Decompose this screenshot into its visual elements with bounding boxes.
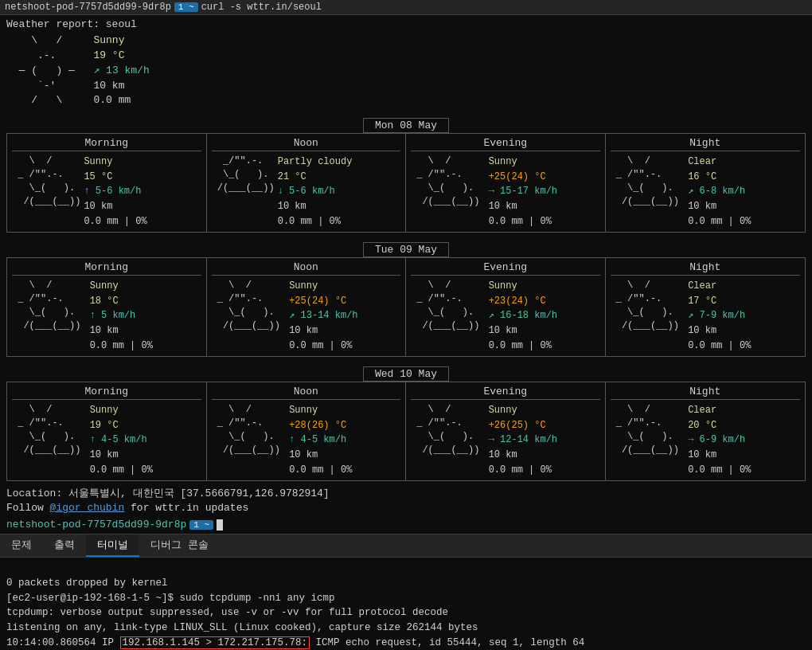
cell-header: Noon xyxy=(212,261,401,276)
wed-noon-cell: Noon \ / _ /"".-. \_( ). /(___(__)) Sunn… xyxy=(207,382,407,480)
current-info: Sunny 19 °C ↗ 13 km/h 10 km 0.0 mm xyxy=(93,33,149,108)
morning-info: Sunny 15 °C ↑ 5-6 km/h 10 km 0.0 mm | 0% xyxy=(84,155,146,229)
tue-banner: Tue 09 May xyxy=(6,244,806,256)
wed-noon-ascii: \ / _ /"".-. \_( ). /(___(__)) xyxy=(212,403,287,477)
weather-title: Weather report: seoul xyxy=(6,18,806,30)
mon-banner: Mon 08 May xyxy=(6,119,806,131)
cell-header: Night xyxy=(611,261,801,276)
tue-section: Tue 09 May Morning \ / _ /"".-. \_( ). /… xyxy=(6,244,806,357)
follow-line: Follow @igor_chubin for wttr.in updates xyxy=(6,502,806,514)
wed-morning-info: Sunny 19 °C ↑ 4-5 km/h 10 km 0.0 mm | 0% xyxy=(90,403,153,477)
tue-evening-ascii: \ / _ /"".-. \_( ). /(___(__)) xyxy=(411,279,486,353)
wed-night-ascii: \ / _ /"".-. \_( ). /(___(__)) xyxy=(611,403,685,477)
cell-header: Morning xyxy=(12,137,201,151)
wed-evening-cell: Evening \ / _ /"".-. \_( ). /(___(__)) S… xyxy=(406,382,606,480)
noon-info: Partly cloudy 21 °C ↓ 5-6 km/h 10 km 0.0… xyxy=(278,155,353,229)
night-ascii: \ / _ /"".-. \_( ). /(___(__)) xyxy=(611,155,685,229)
tab-terminal[interactable]: 터미널 xyxy=(86,534,139,557)
weather-output: Weather report: seoul \ / .-. ‒ ( ) ‒ `-… xyxy=(0,15,812,534)
mon-morning-cell: Morning \ / _ /"".-. \_( ). /(___(__)) S… xyxy=(7,134,207,232)
top-tabbar: netshoot-pod-7757d5dd99-9dr8p 1 ~ curl -… xyxy=(0,0,812,15)
cell-header: Evening xyxy=(411,137,600,151)
tue-evening-cell: Evening \ / _ /"".-. \_( ). /(___(__)) S… xyxy=(406,258,606,356)
evening-ascii: \ / _ /"".-. \_( ). /(___(__)) xyxy=(411,155,486,229)
wed-morning-cell: Morning \ / _ /"".-. \_( ). /(___(__)) S… xyxy=(7,382,207,480)
cell-header: Morning xyxy=(12,261,201,276)
tue-grid: Morning \ / _ /"".-. \_( ). /(___(__)) S… xyxy=(6,257,806,357)
location-line: Location: 서울특별시, 대한민국 [37.5666791,126.97… xyxy=(6,486,806,500)
tue-noon-cell: Noon \ / _ /"".-. \_( ). /(___(__)) Sunn… xyxy=(207,258,407,356)
tab1-command: curl -s wttr.in/seoul xyxy=(201,2,322,13)
morning-ascii: \ / _ /"".-. \_( ). /(___(__)) xyxy=(12,155,80,229)
tab-issues[interactable]: 문제 xyxy=(0,534,43,557)
mon-noon-cell: Noon _/"".-. \_( ). /(___(__)) Partly cl… xyxy=(207,134,407,232)
cell-header: Noon xyxy=(212,386,401,400)
tab1-badge[interactable]: 1 ~ xyxy=(174,2,198,12)
prompt-badge2[interactable]: 1 ~ xyxy=(189,520,213,530)
tue-noon-info: Sunny +25(24) °C ↗ 13-14 km/h 10 km 0.0 … xyxy=(289,279,357,353)
prompt-host2: netshoot-pod-7757d5dd99-9dr8p xyxy=(6,519,186,531)
wed-section: Wed 10 May Morning \ / _ /"".-. \_( ). /… xyxy=(6,368,806,481)
noon-ascii: _/"".-. \_( ). /(___(__)) xyxy=(212,155,275,229)
mon-evening-cell: Evening \ / _ /"".-. \_( ). /(___(__)) S… xyxy=(406,134,606,232)
cell-header: Evening xyxy=(411,261,600,276)
tue-morning-info: Sunny 18 °C ↑ 5 km/h 10 km 0.0 mm | 0% xyxy=(90,279,153,353)
terminal-container: netshoot-pod-7757d5dd99-9dr8p 1 ~ curl -… xyxy=(0,0,812,650)
current-ascii: \ / .-. ‒ ( ) ‒ `-' / \ xyxy=(6,33,87,108)
wed-evening-info: Sunny +26(25) °C → 12-14 km/h 10 km 0.0 … xyxy=(489,403,557,477)
wed-night-cell: Night \ / _ /"".-. \_( ). /(___(__)) Cle… xyxy=(606,382,806,480)
night-info: Clear 16 °C ↗ 6-8 km/h 10 km 0.0 mm | 0% xyxy=(688,155,751,229)
tue-morning-ascii: \ / _ /"".-. \_( ). /(___(__)) xyxy=(12,279,87,353)
tue-evening-info: Sunny +23(24) °C ↗ 16-18 km/h 10 km 0.0 … xyxy=(489,279,557,353)
cell-header: Noon xyxy=(212,137,401,151)
mon-grid: Morning \ / _ /"".-. \_( ). /(___(__)) S… xyxy=(6,133,806,233)
cell-header: Night xyxy=(611,137,801,151)
cell-header: Evening xyxy=(411,386,600,400)
tue-night-cell: Night \ / _ /"".-. \_( ). /(___(__)) Cle… xyxy=(606,258,806,356)
tue-noon-ascii: \ / _ /"".-. \_( ). /(___(__)) xyxy=(212,279,287,353)
wed-noon-info: Sunny +28(26) °C ↑ 4-5 km/h 10 km 0.0 mm… xyxy=(289,403,352,477)
wed-grid: Morning \ / _ /"".-. \_( ). /(___(__)) S… xyxy=(6,382,806,481)
bottom-panel: 문제 출력 터미널 디버그 콘솔 0 packets dropped by ke… xyxy=(0,534,812,650)
wed-evening-ascii: \ / _ /"".-. \_( ). /(___(__)) xyxy=(411,403,486,477)
follow-user[interactable]: @igor_chubin xyxy=(50,502,125,514)
bottom-tabs: 문제 출력 터미널 디버그 콘솔 xyxy=(0,534,812,558)
wed-morning-ascii: \ / _ /"".-. \_( ). /(___(__)) xyxy=(12,403,87,477)
evening-info: Sunny +25(24) °C → 15-17 km/h 10 km 0.0 … xyxy=(489,155,557,229)
tue-night-ascii: \ / _ /"".-. \_( ). /(___(__)) xyxy=(611,279,685,353)
tab-debug[interactable]: 디버그 콘솔 xyxy=(139,534,220,557)
mon-section: Mon 08 May Morning \ / _ /"".-. \_( ). /… xyxy=(6,119,806,233)
wed-night-info: Clear 20 °C → 6-9 km/h 10 km 0.0 mm | 0% xyxy=(688,403,751,477)
current-weather: \ / .-. ‒ ( ) ‒ `-' / \ Sunny 19 °C ↗ 13… xyxy=(6,33,806,108)
tab-output[interactable]: 출력 xyxy=(43,534,86,557)
tab1-host: netshoot-pod-7757d5dd99-9dr8p xyxy=(5,2,171,13)
tue-morning-cell: Morning \ / _ /"".-. \_( ). /(___(__)) S… xyxy=(7,258,207,356)
cell-header: Morning xyxy=(12,386,201,400)
cursor xyxy=(217,519,223,531)
terminal-content: 0 packets dropped by kernel [ec2-user@ip… xyxy=(0,558,812,650)
tue-night-info: Clear 17 °C ↗ 7-9 km/h 10 km 0.0 mm | 0% xyxy=(688,279,751,353)
wed-banner: Wed 10 May xyxy=(6,368,806,380)
cell-header: Night xyxy=(611,386,801,400)
mon-night-cell: Night \ / _ /"".-. \_( ). /(___(__)) Cle… xyxy=(606,134,806,232)
new-prompt-line: netshoot-pod-7757d5dd99-9dr8p 1 ~ xyxy=(6,519,806,531)
